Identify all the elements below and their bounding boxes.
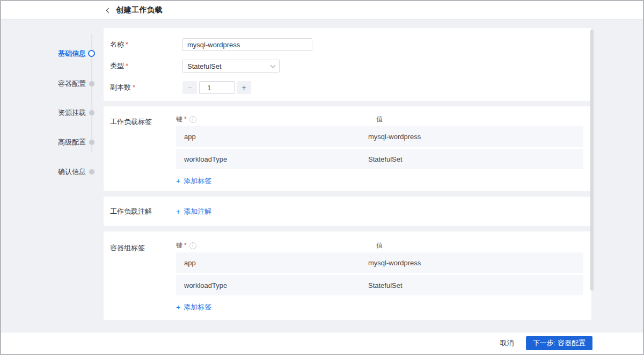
add-annotation-button[interactable]: + 添加注解 — [176, 207, 211, 216]
step-label: 确认信息 — [58, 166, 86, 177]
required-mark: * — [126, 40, 128, 48]
replicas-input[interactable] — [199, 81, 235, 94]
type-select[interactable]: StatefulSet — [182, 60, 280, 73]
step-label: 高级配置 — [58, 137, 86, 148]
replicas-label-text: 副本数 — [110, 83, 131, 91]
add-annotation-text: 添加注解 — [184, 207, 211, 216]
workload-labels-table: 键* i 值 app mysql-wordpress workloadType … — [176, 106, 583, 191]
back-button[interactable] — [104, 6, 112, 15]
step-confirm-info[interactable]: 确认信息 — [1, 166, 104, 177]
vertical-scrollbar[interactable] — [590, 30, 594, 291]
form-content: 名称* 类型* StatefulSet 副本数* — [104, 28, 591, 325]
required-mark: * — [126, 62, 128, 70]
step-label: 基础信息 — [58, 48, 86, 59]
add-label-button[interactable]: + 添加标签 — [176, 302, 211, 312]
label-value: StatefulSet — [368, 155, 583, 163]
required-mark: * — [184, 242, 187, 249]
step-nav: 基础信息 容器配置 资源挂载 高级配置 确认信息 — [1, 20, 104, 332]
pod-labels-title: 容器组标签 — [104, 231, 176, 320]
label-value: StatefulSet — [368, 281, 583, 289]
step-label: 容器配置 — [58, 78, 86, 89]
replicas-stepper: − + — [182, 81, 251, 94]
pod-labels-table: 键* i 值 app mysql-wordpress workloadType … — [176, 231, 583, 320]
label-key: app — [176, 259, 368, 267]
label-key: workloadType — [176, 155, 368, 163]
required-mark: * — [184, 115, 187, 123]
table-header: 键* i 值 — [176, 114, 583, 125]
main-area: 基础信息 容器配置 资源挂载 高级配置 确认信息 — [1, 20, 643, 332]
footer-actions: 取消 下一步: 容器配置 — [1, 332, 643, 354]
add-label-text: 添加标签 — [184, 302, 211, 312]
step-resource-mount[interactable]: 资源挂载 — [1, 107, 104, 118]
name-label: 名称* — [110, 40, 182, 49]
cancel-button[interactable]: 取消 — [500, 338, 514, 348]
type-select-value: StatefulSet — [187, 62, 271, 70]
increment-button[interactable]: + — [237, 81, 251, 94]
type-field-row: 类型* StatefulSet — [104, 60, 591, 73]
add-label-text: 添加标签 — [184, 176, 211, 186]
name-field-row: 名称* — [104, 38, 591, 51]
key-header-text: 键 — [176, 115, 182, 124]
replicas-field-row: 副本数* − + — [104, 81, 591, 94]
table-row: workloadType StatefulSet — [176, 275, 583, 295]
table-row: workloadType StatefulSet — [176, 149, 583, 169]
key-column-header: 键* i — [176, 115, 376, 124]
page-header: 创建工作负载 — [1, 1, 643, 20]
workload-annotations-title: 工作负载注解 — [104, 207, 176, 216]
step-dot-icon — [89, 169, 94, 175]
info-icon[interactable]: i — [189, 116, 196, 123]
add-label-button[interactable]: + 添加标签 — [176, 176, 211, 186]
step-label: 资源挂载 — [58, 107, 86, 118]
label-key: app — [176, 133, 368, 141]
value-column-header: 值 — [376, 241, 583, 250]
replicas-label: 副本数* — [110, 83, 182, 92]
required-mark: * — [133, 83, 135, 91]
next-step-button[interactable]: 下一步: 容器配置 — [526, 336, 592, 350]
workload-annotations-panel: 工作负载注解 + 添加注解 — [104, 197, 591, 226]
step-container-config[interactable]: 容器配置 — [1, 78, 104, 89]
table-row: app mysql-wordpress — [176, 252, 583, 273]
workload-labels-panel: 工作负载标签 键* i 值 app mysql-wordpress — [104, 106, 591, 191]
decrement-button[interactable]: − — [182, 81, 197, 94]
table-header: 键* i 值 — [176, 240, 583, 251]
plus-icon: + — [176, 303, 180, 311]
step-basic-info[interactable]: 基础信息 — [1, 48, 104, 59]
name-input[interactable] — [182, 38, 312, 51]
plus-icon: + — [176, 207, 180, 216]
workload-labels-title: 工作负载标签 — [104, 106, 176, 191]
chevron-down-icon — [270, 63, 276, 68]
step-dot-active-icon — [88, 50, 95, 57]
plus-icon: + — [176, 177, 180, 185]
label-value: mysql-wordpress — [368, 133, 583, 141]
step-dot-icon — [89, 140, 94, 145]
label-key: workloadType — [176, 281, 368, 289]
name-label-text: 名称 — [110, 40, 124, 48]
key-header-text: 键 — [176, 241, 182, 250]
label-value: mysql-wordpress — [368, 259, 583, 267]
step-dot-icon — [89, 110, 94, 115]
type-label-text: 类型 — [110, 62, 124, 70]
basic-info-panel: 名称* 类型* StatefulSet 副本数* — [104, 28, 591, 101]
create-workload-page: 创建工作负载 基础信息 容器配置 资源挂载 高级配置 确认信息 — [0, 0, 644, 355]
page-title: 创建工作负载 — [116, 5, 163, 15]
table-row: app mysql-wordpress — [176, 126, 583, 147]
chevron-left-icon — [106, 8, 112, 13]
info-icon[interactable]: i — [189, 242, 196, 249]
step-advanced-config[interactable]: 高级配置 — [1, 137, 104, 148]
key-column-header: 键* i — [176, 241, 376, 250]
step-dot-icon — [89, 81, 94, 86]
value-column-header: 值 — [376, 115, 583, 124]
type-label: 类型* — [110, 61, 182, 71]
pod-labels-panel: 容器组标签 键* i 值 app mysql-wordpress w — [104, 231, 591, 320]
